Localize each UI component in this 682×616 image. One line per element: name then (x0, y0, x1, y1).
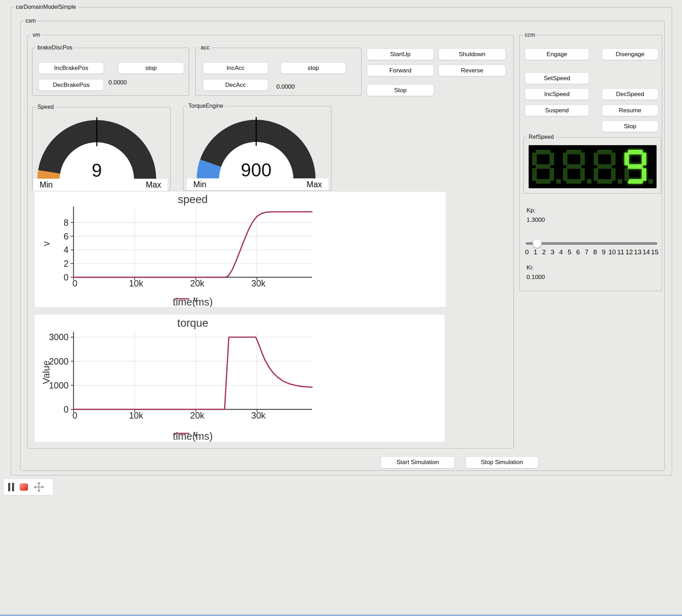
svg-text:6: 6 (64, 231, 69, 241)
group-csm: csm vm brakeDiscPos IncBrakePos stop Dec… (20, 21, 665, 471)
app-window: carDomainModelSimple csm vm brakeDiscPos… (0, 0, 682, 616)
suspend-button[interactable]: Suspend (525, 105, 589, 116)
resume-button[interactable]: Resume (602, 105, 658, 116)
group-acc: acc IncAcc stop DecAcc 0.0000 (195, 48, 361, 96)
svg-text:0: 0 (64, 272, 69, 282)
group-vm-label: vm (31, 31, 42, 38)
svg-text:30k: 30k (251, 410, 266, 420)
group-ccm: ccm Engage Disengage SetSpeed IncSpeed D… (519, 35, 662, 291)
kp-label: Kp: (527, 207, 536, 214)
brake-stop-button[interactable]: stop (118, 62, 184, 74)
acc-stop-button[interactable]: stop (281, 62, 346, 74)
engage-button[interactable]: Engage (525, 48, 589, 60)
torque-chart-panel: 010k20k30k0100020003000torqueValuevtime(… (35, 315, 445, 442)
kp-value: 1.3000 (527, 217, 545, 224)
group-refspeed: RefSpeed (523, 137, 661, 194)
svg-text:speed: speed (178, 193, 207, 206)
acc-value: 0.0000 (276, 83, 295, 90)
svg-text:Max: Max (146, 180, 161, 189)
svg-text:20k: 20k (190, 410, 205, 420)
forward-button[interactable]: Forward (367, 65, 434, 76)
svg-text:2: 2 (64, 259, 69, 268)
dec-acc-button[interactable]: DecAcc (203, 79, 268, 91)
decspeed-button[interactable]: DecSpeed (602, 88, 658, 100)
inc-brake-pos-button[interactable]: IncBrakePos (39, 62, 104, 74)
svg-text:900: 900 (241, 160, 272, 180)
kp-slider-track[interactable] (526, 242, 657, 245)
svg-text:9: 9 (92, 160, 102, 180)
svg-text:3000: 3000 (49, 332, 69, 342)
window-bottom-edge (0, 615, 682, 616)
svg-text:4: 4 (64, 245, 69, 255)
svg-text:0: 0 (72, 278, 77, 288)
group-speed-label: Speed (36, 103, 55, 110)
startup-button[interactable]: StartUp (367, 48, 434, 60)
svg-text:0: 0 (72, 410, 77, 420)
pause-icon[interactable] (8, 483, 14, 491)
vehicle-stop-button[interactable]: Stop (367, 84, 434, 96)
slider-tick-labels: 0123456789101112131415 (523, 248, 659, 256)
svg-text:0: 0 (64, 404, 69, 414)
group-ccm-label: ccm (523, 31, 537, 38)
group-brake-label: brakeDiscPos (36, 44, 74, 51)
inc-acc-button[interactable]: IncAcc (203, 62, 268, 74)
svg-text:Min: Min (40, 180, 53, 189)
group-car-domain-model-label: carDomainModelSimple (14, 4, 78, 10)
svg-text:8: 8 (64, 218, 69, 227)
group-refspeed-label: RefSpeed (527, 134, 555, 140)
kp-slider[interactable] (526, 239, 657, 248)
speed-chart: 010k20k30k02468speedvvtime(ms) (35, 192, 324, 307)
speed-chart-panel: 010k20k30k02468speedvvtime(ms) (35, 192, 446, 307)
group-acc-label: acc (199, 44, 211, 51)
speed-gauge: 9MinMax (33, 112, 167, 191)
svg-text:time(ms): time(ms) (173, 431, 213, 442)
group-brake-disc-pos: brakeDiscPos IncBrakePos stop DecBrakePo… (32, 48, 189, 96)
svg-text:10k: 10k (129, 410, 143, 420)
group-vm: vm brakeDiscPos IncBrakePos stop DecBrak… (27, 35, 514, 449)
ccm-stop-button[interactable]: Stop (602, 120, 658, 132)
svg-text:10k: 10k (129, 278, 143, 288)
brake-pos-value: 0.0000 (108, 79, 127, 86)
ki-label: Ki: (527, 264, 534, 271)
svg-text:Max: Max (307, 180, 322, 189)
bottom-toolbar (4, 479, 53, 495)
move-icon[interactable] (34, 482, 44, 492)
svg-text:time(ms): time(ms) (173, 296, 213, 307)
setspeed-button[interactable]: SetSpeed (525, 72, 589, 84)
group-torque-gauge: TorqueEngine 900MinMax (183, 106, 331, 191)
torque-gauge: 900MinMax (187, 112, 328, 190)
refspeed-seven-segment-display (529, 145, 657, 188)
torque-chart: 010k20k30k0100020003000torqueValuevtime(… (35, 315, 324, 442)
group-speed-gauge: Speed 9MinMax (32, 107, 171, 191)
reverse-button[interactable]: Reverse (439, 65, 506, 76)
svg-text:20k: 20k (190, 278, 205, 288)
ki-value: 0.1000 (527, 274, 545, 281)
dec-brake-pos-button[interactable]: DecBrakePos (39, 79, 104, 91)
svg-text:1000: 1000 (49, 380, 69, 390)
svg-text:Min: Min (193, 180, 206, 189)
group-csm-label: csm (24, 17, 37, 24)
stop-simulation-button[interactable]: Stop Simulation (465, 456, 539, 468)
svg-text:30k: 30k (251, 278, 266, 288)
svg-text:2000: 2000 (49, 356, 69, 366)
shutdown-button[interactable]: Shutdown (439, 48, 506, 60)
group-car-domain-model: carDomainModelSimple csm vm brakeDiscPos… (11, 7, 672, 475)
disengage-button[interactable]: Disengage (602, 48, 658, 60)
svg-text:v: v (41, 241, 52, 246)
svg-text:torque: torque (177, 317, 208, 329)
incspeed-button[interactable]: IncSpeed (525, 88, 589, 100)
svg-text:Value: Value (41, 360, 52, 384)
group-torque-label: TorqueEngine (187, 102, 225, 109)
kp-slider-thumb[interactable] (533, 239, 542, 248)
start-simulation-button[interactable]: Start Simulation (381, 456, 455, 468)
record-icon[interactable] (20, 484, 28, 491)
